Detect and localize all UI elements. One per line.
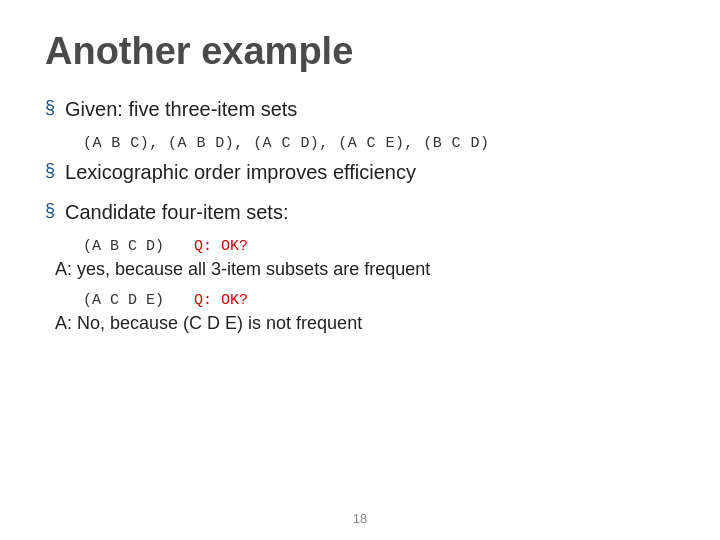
bullet-marker-3: § [45,200,55,221]
bullet-given: § Given: five three-item sets [45,95,675,123]
bullet-candidate: § Candidate four-item sets: [45,198,675,226]
candidate1-set: (A B C D) [83,238,164,255]
bullet-lexico: § Lexicographic order improves efficienc… [45,158,675,186]
candidate2-set: (A C D E) [83,292,164,309]
bullet-marker-2: § [45,160,55,181]
bullet-text-given: Given: five three-item sets [65,95,297,123]
slide: Another example § Given: five three-item… [0,0,720,540]
answer2-text: A: No, because (C D E) is not frequent [55,313,675,334]
given-sets-code: (A B C), (A B D), (A C D), (A C E), (B C… [83,135,675,152]
bullet-text-lexico: Lexicographic order improves efficiency [65,158,416,186]
slide-title: Another example [45,30,675,73]
candidate2-question: Q: OK? [194,292,248,309]
candidate2-line: (A C D E) Q: OK? [83,292,675,309]
candidate1-question: Q: OK? [194,238,248,255]
answer1-text: A: yes, because all 3-item subsets are f… [55,259,675,280]
bullet-marker-1: § [45,97,55,118]
page-number: 18 [353,511,367,526]
bullet-text-candidate: Candidate four-item sets: [65,198,288,226]
candidate1-line: (A B C D) Q: OK? [83,238,675,255]
